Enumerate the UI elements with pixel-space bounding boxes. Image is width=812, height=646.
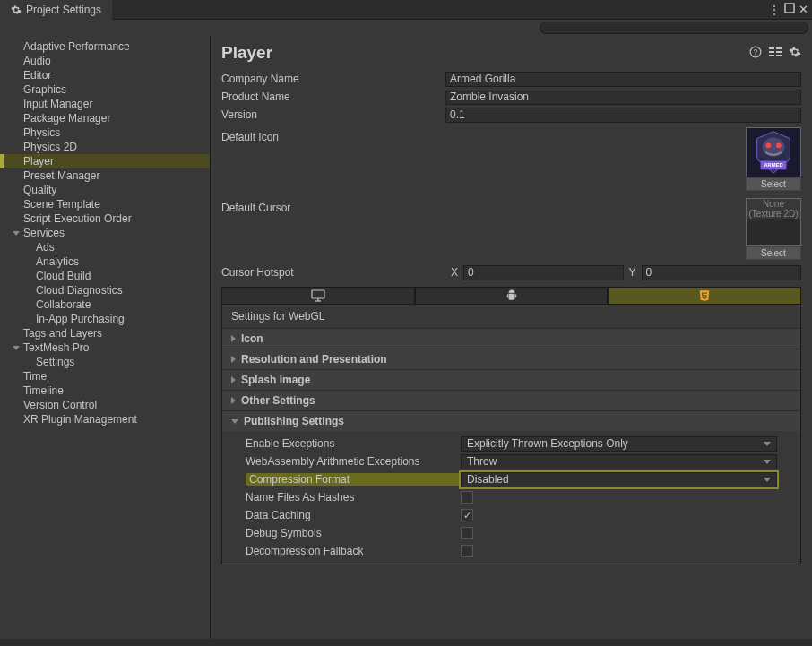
sidebar-item-quality[interactable]: Quality xyxy=(0,183,210,197)
page-title: Player xyxy=(221,43,272,63)
sidebar-item-package-manager[interactable]: Package Manager xyxy=(0,111,210,125)
name-files-hashes-label: Name Files As Hashes xyxy=(246,491,461,504)
sidebar: Adaptive PerformanceAudioEditorGraphicsI… xyxy=(0,36,211,639)
presets-icon[interactable] xyxy=(769,46,782,61)
compression-format-label: Compression Format xyxy=(246,473,461,486)
sidebar-item-player[interactable]: Player xyxy=(0,154,210,168)
sidebar-item-audio[interactable]: Audio xyxy=(0,54,210,68)
decompression-fallback-checkbox[interactable] xyxy=(461,545,473,557)
sidebar-item-analytics[interactable]: Analytics xyxy=(0,254,210,269)
platform-tab-android[interactable] xyxy=(415,287,609,305)
svg-text:?: ? xyxy=(754,47,758,56)
chevron-down-icon xyxy=(764,460,771,464)
sidebar-item-scene-template[interactable]: Scene Template xyxy=(0,197,210,211)
foldout-resolution[interactable]: Resolution and Presentation xyxy=(222,349,800,369)
sidebar-item-label: Services xyxy=(23,227,65,239)
platform-tab-standalone[interactable] xyxy=(221,287,415,305)
chevron-down-icon xyxy=(13,346,20,350)
svg-text:ARMED: ARMED xyxy=(764,162,782,168)
chevron-down-icon xyxy=(13,231,20,236)
default-icon-select-button[interactable]: Select xyxy=(746,177,801,191)
compression-format-dropdown[interactable]: Disabled xyxy=(461,472,777,487)
sidebar-item-collaborate[interactable]: Collaborate xyxy=(0,297,210,312)
hotspot-x-label: X xyxy=(449,266,460,279)
search-bar: 🔍 xyxy=(0,20,812,36)
chevron-right-icon xyxy=(231,335,236,342)
svg-rect-16 xyxy=(312,290,324,298)
sidebar-item-input-manager[interactable]: Input Manager xyxy=(0,97,210,111)
html5-icon xyxy=(698,289,711,302)
chevron-right-icon xyxy=(231,397,236,404)
kebab-icon[interactable]: ⋮ xyxy=(768,3,781,17)
foldout-publishing-settings[interactable]: Publishing Settings xyxy=(222,410,800,431)
svg-rect-4 xyxy=(776,47,782,49)
enable-exceptions-label: Enable Exceptions xyxy=(246,437,461,450)
sidebar-group-textmesh-pro[interactable]: TextMesh Pro xyxy=(0,340,210,355)
svg-point-11 xyxy=(762,138,784,157)
default-icon-preview[interactable]: ARMED xyxy=(746,127,801,177)
sidebar-item-editor[interactable]: Editor xyxy=(0,68,210,82)
chevron-down-icon xyxy=(764,442,771,446)
content-panel: Player ? Company Name Pr xyxy=(211,36,812,639)
version-label: Version xyxy=(221,108,445,121)
sidebar-item-tags-and-layers[interactable]: Tags and Layers xyxy=(0,326,210,340)
enable-exceptions-dropdown[interactable]: Explicitly Thrown Exceptions Only xyxy=(461,436,777,452)
company-name-input[interactable] xyxy=(445,72,801,87)
foldout-other-settings[interactable]: Other Settings xyxy=(222,390,800,410)
default-cursor-label: Default Cursor xyxy=(221,198,445,260)
foldout-splash-image[interactable]: Splash Image xyxy=(222,369,800,390)
sidebar-group-services[interactable]: Services xyxy=(0,226,210,240)
svg-rect-7 xyxy=(769,55,774,56)
sidebar-item-graphics[interactable]: Graphics xyxy=(0,82,210,97)
debug-symbols-label: Debug Symbols xyxy=(246,527,461,539)
sidebar-item-physics-2d[interactable]: Physics 2D xyxy=(0,140,210,154)
product-name-label: Product Name xyxy=(221,90,445,103)
svg-point-12 xyxy=(765,142,771,148)
settings-gear-icon[interactable] xyxy=(789,46,801,61)
svg-point-13 xyxy=(776,142,782,148)
name-files-hashes-checkbox[interactable] xyxy=(461,491,473,504)
chevron-down-icon xyxy=(764,478,771,482)
hotspot-x-input[interactable] xyxy=(463,265,624,280)
cursor-tex2d-label: (Texture 2D) xyxy=(747,209,800,219)
chevron-right-icon xyxy=(231,356,236,363)
debug-symbols-checkbox[interactable] xyxy=(461,527,473,539)
sidebar-item-physics[interactable]: Physics xyxy=(0,125,210,140)
sidebar-item-time[interactable]: Time xyxy=(0,369,210,383)
data-caching-checkbox[interactable]: ✓ xyxy=(461,509,473,521)
settings-for-label: Settings for WebGL xyxy=(222,305,800,328)
wasm-arithmetic-dropdown[interactable]: Throw xyxy=(461,454,777,469)
chevron-down-icon xyxy=(231,419,238,424)
maximize-icon[interactable] xyxy=(784,3,795,17)
foldout-icon[interactable]: Icon xyxy=(222,328,800,349)
decompression-fallback-label: Decompression Fallback xyxy=(246,545,461,557)
sidebar-item-script-execution-order[interactable]: Script Execution Order xyxy=(0,211,210,226)
sidebar-item-cloud-build[interactable]: Cloud Build xyxy=(0,269,210,283)
default-cursor-preview[interactable] xyxy=(747,219,800,245)
close-icon[interactable]: ✕ xyxy=(799,3,808,17)
default-cursor-select-button[interactable]: Select xyxy=(746,246,801,260)
sidebar-item-preset-manager[interactable]: Preset Manager xyxy=(0,168,210,183)
cursor-hotspot-label: Cursor Hotspot xyxy=(221,266,445,279)
sidebar-item-cloud-diagnostics[interactable]: Cloud Diagnostics xyxy=(0,283,210,297)
sidebar-item-settings[interactable]: Settings xyxy=(0,355,210,369)
sidebar-item-timeline[interactable]: Timeline xyxy=(0,383,210,398)
hotspot-y-label: Y xyxy=(627,266,638,279)
search-input[interactable] xyxy=(540,22,808,34)
sidebar-item-adaptive-performance[interactable]: Adaptive Performance xyxy=(0,39,210,54)
android-icon xyxy=(505,289,518,302)
svg-rect-0 xyxy=(785,4,794,13)
help-icon[interactable]: ? xyxy=(749,46,762,61)
sidebar-item-ads[interactable]: Ads xyxy=(0,240,210,254)
svg-rect-5 xyxy=(769,51,774,53)
platform-tab-webgl[interactable] xyxy=(608,287,801,305)
wasm-arithmetic-label: WebAssembly Arithmetic Exceptions xyxy=(246,455,461,468)
sidebar-item-in-app-purchasing[interactable]: In-App Purchasing xyxy=(0,312,210,326)
hotspot-y-input[interactable] xyxy=(642,265,802,280)
title-tab[interactable]: Project Settings xyxy=(0,0,112,20)
product-name-input[interactable] xyxy=(445,90,801,105)
window-title: Project Settings xyxy=(26,4,101,16)
version-input[interactable] xyxy=(445,108,801,123)
sidebar-item-xr-plugin-management[interactable]: XR Plugin Management xyxy=(0,412,210,426)
sidebar-item-version-control[interactable]: Version Control xyxy=(0,398,210,412)
